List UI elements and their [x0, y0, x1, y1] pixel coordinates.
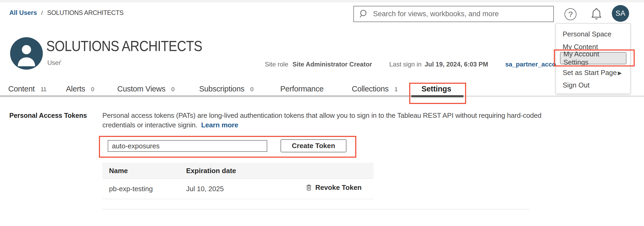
menu-item-label: Set as Start Page: [563, 69, 617, 77]
token-name-input[interactable]: [108, 140, 267, 152]
create-token-button[interactable]: Create Token: [281, 139, 346, 152]
last-sign-in-value: Jul 19, 2024, 6:03 PM: [425, 61, 488, 68]
section-divider: [102, 209, 529, 210]
pat-description-line1: Personal access tokens (PATs) are long-l…: [102, 111, 541, 120]
breadcrumb: All Users / SOLUTIONS ARCHITECTS: [9, 9, 124, 16]
breadcrumb-separator: /: [41, 10, 43, 16]
user-avatar-button[interactable]: SA: [612, 5, 629, 22]
search-input[interactable]: [373, 10, 549, 18]
avatar-initials: SA: [616, 9, 625, 18]
tab-label: Collections: [352, 85, 389, 93]
site-role-value: Site Administrator Creator: [292, 61, 372, 68]
account-dropdown-menu: Personal Space My Content My Account Set…: [556, 23, 630, 94]
tab-custom-views[interactable]: Custom Views0: [117, 85, 174, 93]
partner-account-link[interactable]: sa_partner_accou: [505, 61, 560, 68]
menu-item-personal-space[interactable]: Personal Space: [556, 30, 630, 39]
subtitle-divider-tick: [61, 59, 61, 62]
tab-performance[interactable]: Performance: [280, 85, 324, 93]
page-title: SOLUTIONS ARCHITECTS: [46, 37, 202, 55]
notifications-button[interactable]: [590, 7, 603, 21]
tab-count: 11: [40, 85, 46, 93]
search-box[interactable]: [353, 6, 554, 22]
help-button[interactable]: ?: [564, 8, 576, 20]
token-expiration-cell: Jul 10, 2025: [186, 185, 224, 193]
bell-icon: [590, 7, 603, 21]
tokens-table-header: Name Expiration date: [102, 163, 374, 179]
top-window-strip: [0, 0, 644, 2]
breadcrumb-current: SOLUTIONS ARCHITECTS: [47, 9, 123, 16]
learn-more-link[interactable]: Learn more: [201, 121, 238, 129]
tab-content[interactable]: Content11: [8, 85, 47, 93]
tab-alerts[interactable]: Alerts0: [66, 85, 94, 93]
search-icon: [359, 9, 369, 19]
profile-avatar: [10, 37, 43, 70]
revoke-token-button[interactable]: Revoke Token: [306, 183, 362, 192]
tokens-table: Name Expiration date pb-exp-testing Jul …: [102, 163, 374, 199]
user-type-label: User: [47, 59, 61, 66]
site-role-label: Site role: [265, 61, 288, 68]
tab-label: Custom Views: [117, 85, 165, 93]
tab-count: 0: [171, 85, 174, 93]
tab-label: Settings: [421, 85, 451, 93]
tab-count: 1: [395, 85, 398, 93]
submenu-arrow-icon: ▶: [618, 70, 622, 76]
trash-icon: [306, 183, 312, 192]
tab-settings-active[interactable]: Settings: [421, 85, 451, 93]
token-name-cell: pb-exp-testing: [109, 185, 153, 193]
tab-label: Alerts: [66, 85, 85, 93]
person-icon: [10, 37, 43, 70]
pat-description-text: credentials or interactive signin.: [102, 121, 197, 129]
breadcrumb-all-users-link[interactable]: All Users: [9, 9, 37, 16]
last-sign-in-label: Last sign in: [389, 61, 421, 68]
menu-item-my-account-settings[interactable]: My Account Settings: [560, 52, 626, 64]
tab-label: Subscriptions: [199, 85, 244, 93]
column-header-expiration: Expiration date: [186, 167, 236, 175]
menu-item-sign-out[interactable]: Sign Out: [556, 81, 630, 90]
active-tab-underline: [411, 95, 463, 97]
tab-subscriptions[interactable]: Subscriptions0: [199, 85, 253, 93]
help-icon: ?: [568, 10, 573, 19]
tab-label: Content: [8, 85, 35, 93]
tableau-user-settings-page: All Users / SOLUTIONS ARCHITECTS ? SA Pe…: [0, 0, 644, 226]
tab-count: 0: [91, 85, 94, 93]
tab-count: 0: [250, 85, 253, 93]
tab-label: Performance: [280, 85, 324, 93]
tabstrip-track: [0, 95, 411, 97]
tab-collections[interactable]: Collections1: [352, 85, 398, 93]
section-label-personal-access-tokens: Personal Access Tokens: [9, 112, 87, 119]
column-header-name: Name: [109, 167, 128, 175]
table-row: pb-exp-testing Jul 10, 2025 Revoke Token: [102, 179, 374, 199]
revoke-token-label: Revoke Token: [315, 183, 362, 192]
pat-description-line2: credentials or interactive signin.Learn …: [102, 121, 238, 129]
tabstrip-track-light: [463, 95, 644, 97]
